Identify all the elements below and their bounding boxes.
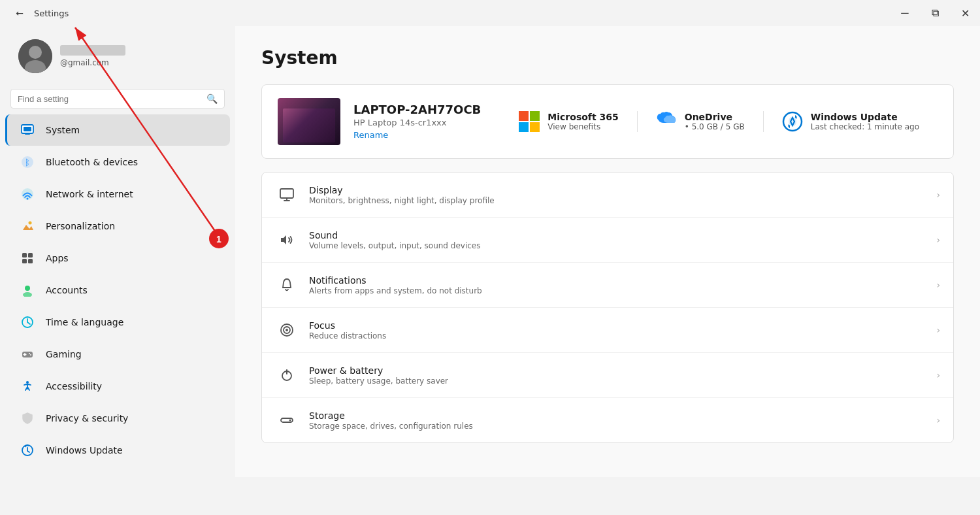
svg-rect-13 [22, 259, 27, 263]
power-icon [275, 363, 299, 387]
sidebar-item-bluetooth[interactable]: ᛒ Bluetooth & devices [5, 146, 230, 178]
sound-subtitle: Volume levels, output, input, sound devi… [309, 241, 936, 250]
sidebar-item-network[interactable]: Network & internet [5, 178, 230, 210]
display-text: DisplayMonitors, brightness, night light… [309, 185, 936, 205]
notifications-title: Notifications [309, 275, 936, 286]
power-title: Power & battery [309, 365, 936, 376]
notifications-text: NotificationsAlerts from apps and system… [309, 275, 936, 295]
device-name: LAPTOP-2AH77OCB [353, 103, 500, 116]
focus-subtitle: Reduce distractions [309, 331, 936, 341]
sidebar-item-personalization[interactable]: Personalization [5, 210, 230, 242]
rename-link[interactable]: Rename [353, 130, 388, 140]
sidebar-item-system[interactable]: System [5, 114, 230, 146]
settings-list: DisplayMonitors, brightness, night light… [261, 172, 954, 443]
settings-item-power[interactable]: Power & batterySleep, battery usage, bat… [262, 353, 953, 398]
power-chevron-icon: › [936, 370, 940, 380]
power-text: Power & batterySleep, battery usage, bat… [309, 365, 936, 386]
device-thumbnail [278, 98, 340, 145]
storage-text: StorageStorage space, drives, configurat… [309, 410, 936, 431]
search-input[interactable] [18, 94, 206, 104]
user-email: @gmail.com [60, 58, 220, 67]
onedrive-text: OneDrive• 5.0 GB / 5 GB [685, 112, 745, 131]
windows_update-subtitle: Last checked: 1 minute ago [811, 122, 919, 131]
user-profile[interactable]: @gmail.com [5, 29, 230, 84]
sidebar-item-apps[interactable]: Apps [5, 242, 230, 274]
sound-title: Sound [309, 230, 936, 241]
svg-rect-25 [519, 111, 529, 121]
notifications-subtitle: Alerts from apps and system, do not dist… [309, 286, 936, 295]
storage-icon [275, 408, 299, 432]
network-icon [18, 185, 37, 203]
svg-rect-12 [28, 253, 33, 258]
device-screen [283, 108, 335, 142]
search-container: 🔍 [0, 86, 235, 114]
onedrive-subtitle: • 5.0 GB / 5 GB [685, 122, 745, 131]
sidebar-item-accessibility[interactable]: Accessibility [5, 371, 230, 402]
svg-point-23 [26, 381, 29, 384]
page-title: System [261, 47, 954, 69]
focus-icon [275, 318, 299, 342]
quick-link-ms365[interactable]: Microsoft 365View benefits [500, 111, 636, 132]
settings-item-storage[interactable]: StorageStorage space, drives, configurat… [262, 398, 953, 442]
sidebar-item-accounts[interactable]: Accounts [5, 274, 230, 306]
sidebar-item-label-network: Network & internet [46, 189, 133, 199]
settings-item-focus[interactable]: FocusReduce distractions› [262, 308, 953, 353]
quick-links: Microsoft 365View benefits OneDrive• 5.0… [500, 111, 938, 132]
settings-item-display[interactable]: DisplayMonitors, brightness, night light… [262, 173, 953, 218]
back-button[interactable]: ← [10, 4, 29, 22]
close-button[interactable]: ✕ [950, 0, 980, 26]
quick-link-onedrive[interactable]: OneDrive• 5.0 GB / 5 GB [637, 111, 763, 132]
sidebar-item-gaming[interactable]: Gaming [5, 339, 230, 370]
accessibility-icon [18, 377, 37, 395]
device-info: LAPTOP-2AH77OCB HP Laptop 14s-cr1xxx Ren… [353, 103, 500, 141]
title-bar: ← Settings ─ ⧉ ✕ [0, 0, 980, 26]
svg-point-22 [30, 354, 31, 356]
svg-rect-28 [530, 122, 540, 132]
svg-text:ᛒ: ᛒ [25, 158, 30, 167]
search-box[interactable]: 🔍 [10, 89, 225, 108]
app-container: @gmail.com 🔍 System ᛒ Bluetooth & device… [0, 26, 980, 477]
device-model: HP Laptop 14s-cr1xxx [353, 118, 500, 127]
focus-title: Focus [309, 320, 936, 331]
sound-chevron-icon: › [936, 235, 940, 245]
svg-rect-27 [519, 122, 529, 132]
sound-icon [275, 228, 299, 252]
sidebar-item-label-personalization: Personalization [46, 221, 115, 231]
ms365-icon [519, 111, 540, 132]
svg-rect-14 [28, 259, 33, 263]
system-icon [18, 121, 37, 139]
svg-point-38 [289, 420, 291, 422]
search-icon: 🔍 [206, 93, 218, 104]
display-subtitle: Monitors, brightness, night light, displ… [309, 196, 936, 205]
sidebar-item-time[interactable]: Time & language [5, 307, 230, 338]
storage-title: Storage [309, 410, 936, 421]
settings-item-notifications[interactable]: NotificationsAlerts from apps and system… [262, 263, 953, 308]
ms365-title: Microsoft 365 [547, 112, 618, 122]
storage-chevron-icon: › [936, 415, 940, 425]
sidebar-nav: System ᛒ Bluetooth & devicesNetwork & in… [0, 114, 235, 467]
svg-point-9 [27, 198, 29, 200]
power-subtitle: Sleep, battery usage, battery saver [309, 376, 936, 386]
notifications-chevron-icon: › [936, 280, 940, 290]
svg-rect-26 [530, 111, 540, 121]
gaming-icon [18, 345, 37, 363]
personalization-icon [18, 217, 37, 235]
svg-rect-11 [22, 253, 27, 258]
minimize-button[interactable]: ─ [890, 0, 920, 26]
onedrive-icon [656, 111, 677, 132]
svg-point-21 [29, 353, 30, 354]
focus-chevron-icon: › [936, 325, 940, 335]
app-title: Settings [34, 8, 69, 18]
ms365-subtitle: View benefits [547, 122, 618, 131]
settings-item-sound[interactable]: SoundVolume levels, output, input, sound… [262, 218, 953, 263]
sidebar-item-label-apps: Apps [46, 253, 69, 263]
storage-subtitle: Storage space, drives, configuration rul… [309, 422, 936, 431]
quick-link-windows_update[interactable]: Windows UpdateLast checked: 1 minute ago [763, 111, 938, 132]
sidebar-item-winupdate[interactable]: Windows Update [5, 435, 230, 466]
sidebar-item-label-gaming: Gaming [46, 349, 82, 359]
sidebar-item-privacy[interactable]: Privacy & security [5, 403, 230, 434]
bluetooth-icon: ᛒ [18, 153, 37, 171]
sidebar-item-label-time: Time & language [46, 317, 123, 327]
restore-button[interactable]: ⧉ [920, 0, 950, 26]
sidebar-item-label-winupdate: Windows Update [46, 445, 123, 456]
